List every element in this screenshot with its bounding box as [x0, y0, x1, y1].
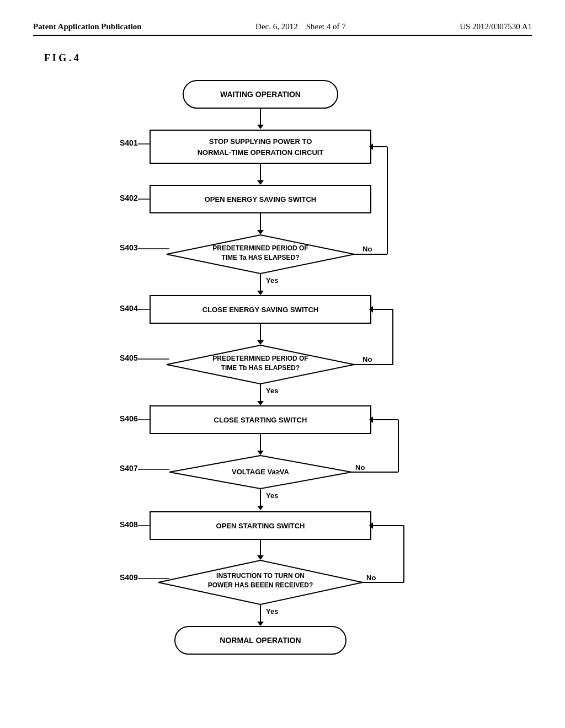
header-date: Dec. 6, 2012 Sheet 4 of 7	[255, 22, 346, 31]
step-s405-label: S405	[120, 354, 138, 362]
svg-text:No: No	[363, 355, 372, 363]
step-s409-label: S409	[120, 573, 138, 582]
figure-label: F I G . 4	[44, 52, 532, 64]
svg-text:CLOSE ENERGY SAVING SWITCH: CLOSE ENERGY SAVING SWITCH	[202, 306, 318, 314]
svg-text:Yes: Yes	[266, 387, 278, 395]
svg-text:No: No	[355, 463, 365, 472]
step-s404-label: S404	[120, 304, 138, 313]
svg-text:STOP SUPPLYING POWER TO: STOP SUPPLYING POWER TO	[209, 137, 312, 146]
step-s407-label: S407	[120, 464, 138, 473]
step-s403-label: S403	[120, 243, 138, 252]
svg-text:Yes: Yes	[266, 276, 278, 285]
svg-marker-42	[257, 401, 264, 405]
svg-text:POWER HAS BEEEN RECEIVED?: POWER HAS BEEEN RECEIVED?	[208, 581, 313, 589]
svg-text:PREDETERMINED PERIOD OF: PREDETERMINED PERIOD OF	[212, 244, 308, 252]
svg-text:Yes: Yes	[266, 607, 278, 615]
svg-text:TIME Ta HAS ELAPSED?: TIME Ta HAS ELAPSED?	[221, 254, 299, 261]
header: Patent Application Publication Dec. 6, 2…	[33, 22, 532, 36]
svg-marker-47	[257, 451, 264, 455]
step-s401-label: S401	[120, 138, 138, 147]
step-s408-label: S408	[120, 520, 138, 529]
header-left: Patent Application Publication	[33, 22, 142, 31]
svg-text:VOLTAGE Va≥VA: VOLTAGE Va≥VA	[232, 468, 290, 476]
svg-marker-13	[257, 230, 264, 234]
svg-text:No: No	[363, 245, 372, 253]
svg-text:PREDETERMINED PERIOD OF: PREDETERMINED PERIOD OF	[212, 355, 308, 362]
page: Patent Application Publication Dec. 6, 2…	[0, 0, 565, 728]
svg-rect-4	[150, 130, 371, 163]
svg-text:INSTRUCTION TO TURN ON: INSTRUCTION TO TURN ON	[216, 572, 305, 580]
waiting-op-label: WAITING OPERATION	[220, 90, 301, 99]
svg-marker-63	[257, 555, 264, 560]
svg-text:TIME Tb HAS ELAPSED?: TIME Tb HAS ELAPSED?	[221, 364, 300, 372]
svg-text:OPEN ENERGY SAVING SWITCH: OPEN ENERGY SAVING SWITCH	[205, 195, 317, 204]
svg-text:NORMAL OPERATION: NORMAL OPERATION	[220, 636, 301, 645]
svg-marker-75	[257, 622, 264, 626]
svg-marker-2	[257, 125, 264, 129]
svg-marker-30	[257, 340, 264, 345]
svg-text:OPEN STARTING SWITCH: OPEN STARTING SWITCH	[216, 522, 305, 530]
flowchart-diagram: WAITING OPERATION S401 STOP SUPPLYING PO…	[34, 75, 531, 698]
svg-text:NORMAL-TIME OPERATION CIRCUIT: NORMAL-TIME OPERATION CIRCUIT	[198, 148, 324, 157]
header-right: US 2012/0307530 A1	[460, 22, 532, 31]
step-s406-label: S406	[120, 414, 138, 423]
svg-text:No: No	[366, 574, 376, 582]
svg-marker-8	[257, 180, 264, 185]
svg-text:CLOSE STARTING SWITCH: CLOSE STARTING SWITCH	[214, 416, 307, 424]
svg-marker-58	[257, 506, 264, 510]
svg-text:Yes: Yes	[266, 491, 278, 500]
svg-marker-25	[257, 291, 264, 295]
step-s402-label: S402	[120, 194, 138, 202]
